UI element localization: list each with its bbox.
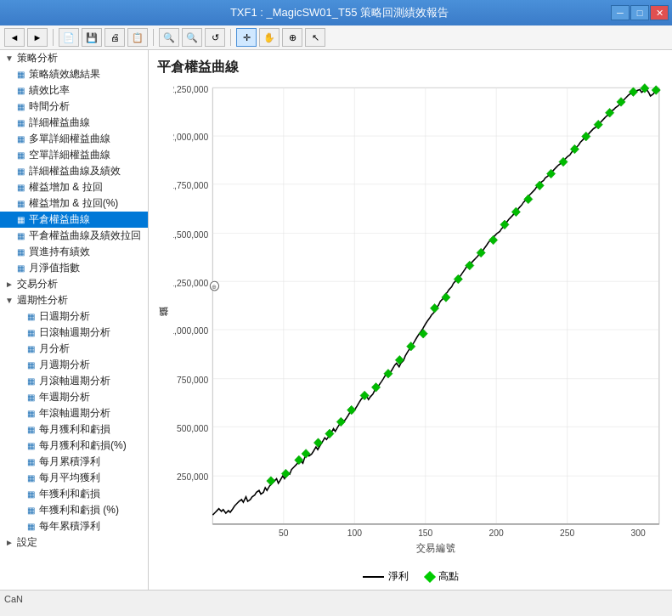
sidebar-item-close-equity-perf[interactable]: ▦ 平倉權益曲線及績效拉回 [0,228,148,244]
svg-text:750,000: 750,000 [177,375,208,385]
sidebar-item-time-analysis[interactable]: ▦ 時間分析 [0,99,148,115]
svg-text:1,500,000: 1,500,000 [173,229,208,240]
toolbar: ◄ ► 📄 💾 🖨 📋 🔍 🔍 ↺ ✛ ✋ ⊕ ↖ [0,25,672,50]
close-button[interactable]: ✕ [650,5,669,20]
sidebar-item-daily-roll[interactable]: ▦ 日滾軸週期分析 [0,325,148,341]
chart-icon: ▦ [24,489,37,500]
chart-icon: ▦ [24,440,37,452]
sidebar-item-monthly-avg[interactable]: ▦ 每月平均獲利 [0,470,148,486]
sidebar-item-equity-add-pct[interactable]: ▦ 權益增加 & 拉回(%) [0,195,148,212]
svg-text:2,000,000: 2,000,000 [173,132,208,142]
svg-text:⊕: ⊕ [212,283,217,291]
expand-icon: ► [3,537,15,549]
chart-icon: ▦ [24,343,37,355]
svg-text:250,000: 250,000 [177,472,208,482]
chart-icon: ▦ [14,166,27,178]
sidebar-item-equity-add[interactable]: ▦ 權益增加 & 拉回 [0,179,148,195]
sidebar-item-monthly-nav[interactable]: ▦ 月淨值指數 [0,260,148,276]
sidebar-item-detail-equity[interactable]: ▦ 詳細權益曲線 [0,115,148,131]
svg-text:200: 200 [489,528,504,538]
sidebar-item-daily[interactable]: ▦ 日週期分析 [0,308,148,325]
sidebar-item-yearly-roll[interactable]: ▦ 年滾軸週期分析 [0,405,148,421]
sidebar-item-monthly-pl-pct[interactable]: ▦ 每月獲利和虧損(%) [0,438,148,454]
chart-icon: ▦ [24,472,37,484]
legend-net: 淨利 [363,569,409,584]
legend-diamond-icon [423,570,435,582]
status-text: CaN [4,594,23,604]
chart-legend: 淨利 高點 [157,565,664,585]
new-button[interactable]: 📄 [59,28,79,47]
svg-text:250: 250 [560,528,574,538]
svg-text:300: 300 [631,528,646,538]
sidebar-item-monthly-period[interactable]: ▦ 月週期分析 [0,357,148,373]
zoom-in-button[interactable]: 🔍 [159,28,179,47]
sidebar-item-perf-summary[interactable]: ▦ 策略績效總結果 [0,66,148,82]
sidebar-item-detail-equity-perf[interactable]: ▦ 詳細權益曲線及績效 [0,163,148,179]
chart-icon: ▦ [14,133,27,145]
sidebar-section-trading[interactable]: ► 交易分析 [0,276,148,292]
legend-net-label: 淨利 [388,569,409,584]
sidebar-item-monthly-pl[interactable]: ▦ 每月獲利和虧損 [0,421,148,438]
chart-icon: ▦ [24,376,37,387]
back-button[interactable]: ◄ [4,28,25,47]
minimize-button[interactable]: ─ [611,5,630,20]
chart-svg: 2,250,000 2,000,000 1,750,000 1,500,000 … [173,83,664,565]
sidebar-item-short-equity[interactable]: ▦ 空單詳細權益曲線 [0,147,148,163]
sidebar-item-buy-hold[interactable]: ▦ 買進持有績效 [0,244,148,260]
crosshair-button[interactable]: ⊕ [282,28,302,47]
sidebar-section-settings[interactable]: ► 設定 [0,534,148,551]
svg-text:1,250,000: 1,250,000 [173,277,208,287]
sidebar-item-perf-ratio[interactable]: ▦ 績效比率 [0,82,148,99]
refresh-button[interactable]: ↺ [205,28,225,47]
expand-icon: ▼ [3,295,15,307]
pointer-button[interactable]: ↖ [305,28,325,47]
chart-icon: ▦ [24,359,37,371]
cursor-button[interactable]: ✛ [236,28,257,47]
svg-text:100: 100 [347,528,362,538]
sidebar-item-yearly-pl-pct[interactable]: ▦ 年獲利和虧損 (%) [0,502,148,518]
sidebar-item-yearly-pl[interactable]: ▦ 年獲利和虧損 [0,486,148,502]
section-label: 策略分析 [15,51,58,65]
section-label: 交易分析 [15,277,58,291]
chart-icon: ▦ [14,263,27,274]
sidebar-section-periodicity[interactable]: ▼ 週期性分析 [0,292,148,308]
chart-icon: ▦ [14,230,27,242]
chart-icon: ▦ [14,214,27,226]
sidebar-item-monthly[interactable]: ▦ 月分析 [0,341,148,357]
expand-icon: ▼ [3,53,15,65]
chart-icon: ▦ [14,117,27,129]
chart-icon: ▦ [24,392,37,404]
sidebar-item-yearly-cum[interactable]: ▦ 每年累積淨利 [0,518,148,534]
chart-icon: ▦ [24,327,37,339]
print-button[interactable]: 🖨 [104,28,125,47]
forward-button[interactable]: ► [27,28,48,47]
section-label: 週期性分析 [15,293,68,308]
sidebar-item-monthly-roll[interactable]: ▦ 月滾軸週期分析 [0,373,148,389]
chart-icon: ▦ [24,456,37,468]
section-label: 設定 [15,535,37,550]
sidebar-item-yearly[interactable]: ▦ 年週期分析 [0,389,148,405]
chart-icon: ▦ [24,408,37,420]
sidebar-item-monthly-cum[interactable]: ▦ 每月累積淨利 [0,454,148,470]
sidebar-item-long-equity[interactable]: ▦ 多單詳細權益曲線 [0,131,148,147]
sidebar: ▼ 策略分析 ▦ 策略績效總結果 ▦ 績效比率 ▦ 時間分析 ▦ 詳細權益曲線 … [0,50,149,590]
chart-icon: ▦ [14,198,27,210]
sidebar-section-strategy[interactable]: ▼ 策略分析 [0,50,148,66]
save-button[interactable]: 💾 [82,28,102,47]
expand-icon: ► [3,279,15,291]
legend-line-icon [363,576,384,578]
maximize-button[interactable]: □ [630,5,649,20]
chart-icon: ▦ [24,505,37,517]
copy-button[interactable]: 📋 [127,28,148,47]
chart-icon: ▦ [24,521,37,533]
hand-button[interactable]: ✋ [259,28,280,47]
zoom-out-button[interactable]: 🔍 [182,28,202,47]
window-title: TXF1 : _MagicSW01_T55 策略回測績效報告 [68,5,611,20]
separator-1 [53,29,54,46]
chart-icon: ▦ [14,101,27,113]
chart-icon: ▦ [24,424,37,436]
chart-inner: 2,250,000 2,000,000 1,750,000 1,500,000 … [173,83,664,565]
sidebar-item-close-equity[interactable]: ▦ 平倉權益曲線 [0,212,148,228]
main-layout: ▼ 策略分析 ▦ 策略績效總結果 ▦ 績效比率 ▦ 時間分析 ▦ 詳細權益曲線 … [0,50,672,590]
chart-icon: ▦ [14,150,27,161]
